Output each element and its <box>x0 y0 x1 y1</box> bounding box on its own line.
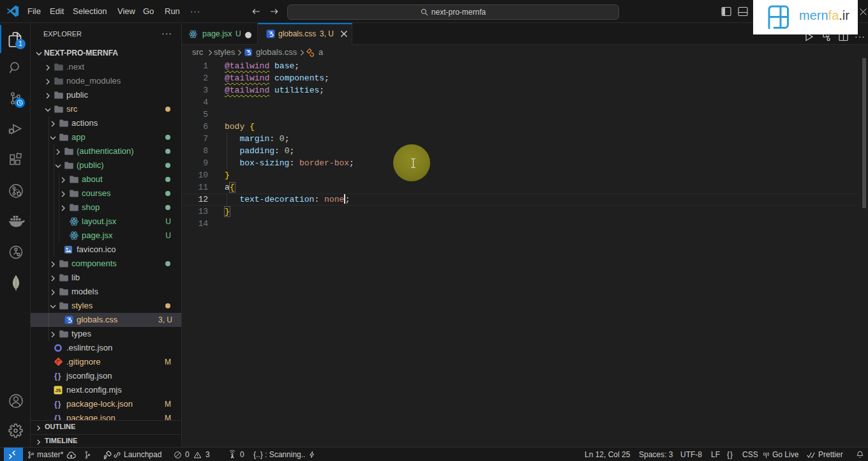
svg-text:JS: JS <box>55 388 61 393</box>
